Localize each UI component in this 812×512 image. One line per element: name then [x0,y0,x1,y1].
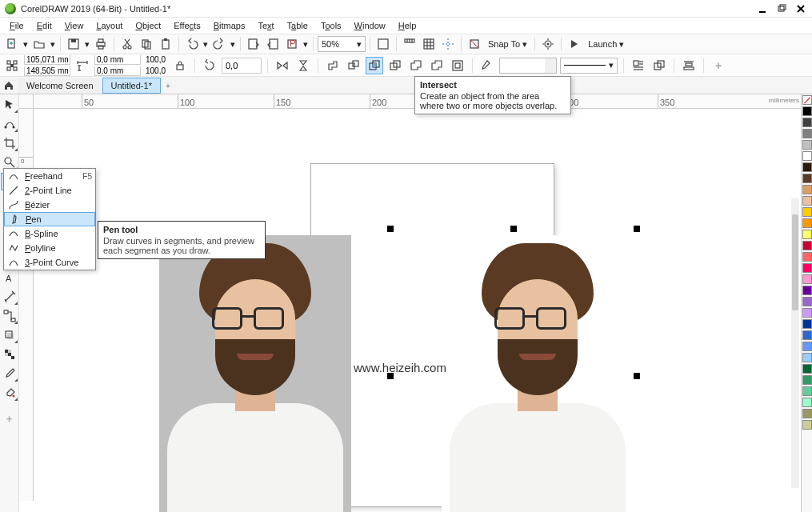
menu-layout[interactable]: Layout [90,19,129,32]
tab-welcome[interactable]: Welcome Screen [18,78,102,94]
menu-effects[interactable]: Effects [167,19,206,32]
color-swatch[interactable] [802,342,812,351]
menu-help[interactable]: Help [392,19,423,32]
color-swatch[interactable] [802,375,812,385]
align-button[interactable] [680,57,698,74]
menu-file[interactable]: File [3,19,30,32]
line-style-dropdown[interactable]: ▾ [560,58,618,74]
color-swatch[interactable] [802,162,812,172]
menu-object[interactable]: Object [129,19,167,32]
weld-button[interactable] [324,57,342,74]
size-w-input[interactable] [95,55,140,64]
color-swatch[interactable] [802,319,812,329]
save-button[interactable] [65,35,82,53]
color-swatch[interactable] [802,230,812,239]
minimize-button[interactable] [756,2,769,15]
redo-button[interactable] [210,35,228,53]
transparency-tool[interactable] [1,346,18,363]
add-tab-button[interactable]: + [161,78,175,93]
lock-ratio-button[interactable] [171,57,189,74]
shape-tool[interactable] [1,115,18,133]
new-button[interactable] [3,35,21,53]
home-icon[interactable] [3,80,14,91]
vertical-scrollbar[interactable] [791,198,799,488]
menu-edit[interactable]: Edit [30,19,58,32]
menu-text[interactable]: Text [251,19,280,32]
text-tool[interactable]: A [1,269,18,286]
color-swatch[interactable] [802,263,812,273]
menu-table[interactable]: Table [281,19,314,32]
flyout-2point-line[interactable]: 2-Point Line [4,183,95,198]
menu-window[interactable]: Window [348,19,392,32]
toolbox-add-button[interactable]: + [1,410,18,427]
new-caret[interactable]: ▾ [22,35,29,53]
outline-pen-icon[interactable] [478,57,496,74]
color-swatch[interactable] [802,207,812,217]
undo-button[interactable] [183,35,201,53]
publish-caret[interactable]: ▾ [302,35,309,53]
color-swatch[interactable] [802,252,812,262]
mirror-v-button[interactable] [294,57,312,74]
pick-tool[interactable] [1,96,18,114]
options-button[interactable] [539,35,557,53]
snap-off-button[interactable] [466,35,483,53]
order-button[interactable] [650,57,668,74]
menu-view[interactable]: View [58,19,90,32]
drawing-canvas[interactable]: www.heizeih.com [34,109,801,501]
print-button[interactable] [92,35,110,53]
color-swatch[interactable] [802,353,812,362]
flyout-freehand[interactable]: FreehandF5 [4,169,95,183]
scale-x-input[interactable] [144,55,168,64]
show-guidelines-button[interactable] [439,35,457,53]
intersect-button[interactable] [366,57,383,74]
color-swatch[interactable] [802,386,812,396]
color-swatch[interactable] [802,330,812,340]
color-swatch[interactable] [802,106,812,116]
launch-icon[interactable] [566,35,583,53]
drop-shadow-tool[interactable] [1,326,18,344]
photo-cutout[interactable] [442,235,634,512]
color-swatch[interactable] [802,174,812,183]
connector-tool[interactable] [1,307,18,325]
show-rulers-button[interactable] [401,35,418,53]
show-grid-button[interactable] [420,35,438,53]
parallel-dimension-tool[interactable] [1,288,18,306]
export-button[interactable] [264,35,282,53]
color-swatch[interactable] [802,286,812,295]
color-swatch[interactable] [802,420,812,430]
import-button[interactable] [245,35,262,53]
color-swatch[interactable] [802,297,812,306]
crop-tool[interactable] [1,134,18,152]
color-swatch[interactable] [802,95,812,105]
flyout-3point-curve[interactable]: 3-Point Curve [4,255,95,270]
rotation-input[interactable] [222,61,261,70]
photo-original[interactable] [159,235,351,512]
open-button[interactable] [30,35,48,53]
ruler-corner[interactable] [19,94,34,109]
color-swatch[interactable] [802,140,812,150]
flyout-polyline[interactable]: Polyline [4,241,95,255]
redo-caret[interactable]: ▾ [230,35,236,53]
paste-button[interactable] [157,35,174,53]
trim-button[interactable] [345,57,362,74]
fill-tool[interactable] [1,384,18,402]
launch-dropdown[interactable]: Launch ▾ [585,36,627,52]
copy-button[interactable] [138,35,155,53]
undo-caret[interactable]: ▾ [202,35,209,53]
selection-handle-mr[interactable] [634,373,640,379]
color-swatch[interactable] [802,308,812,318]
object-origin-icon[interactable] [3,57,21,74]
snap-to-dropdown[interactable]: Snap To ▾ [485,36,530,52]
scrollbar-thumb[interactable] [792,214,798,310]
tab-untitled-1[interactable]: Untitled-1* [102,78,161,94]
menu-tools[interactable]: Tools [314,19,348,32]
zoom-level-input[interactable]: 50%▾ [318,36,366,52]
simplify-button[interactable] [386,57,404,74]
open-caret[interactable]: ▾ [50,35,56,53]
selection-handle-ml[interactable] [387,373,394,379]
eyedropper-tool[interactable] [1,365,18,382]
selection-handle-tl[interactable] [387,226,394,232]
publish-button[interactable]: P [283,35,301,53]
scale-y-input[interactable] [144,66,168,75]
position-y-input[interactable] [25,66,70,75]
